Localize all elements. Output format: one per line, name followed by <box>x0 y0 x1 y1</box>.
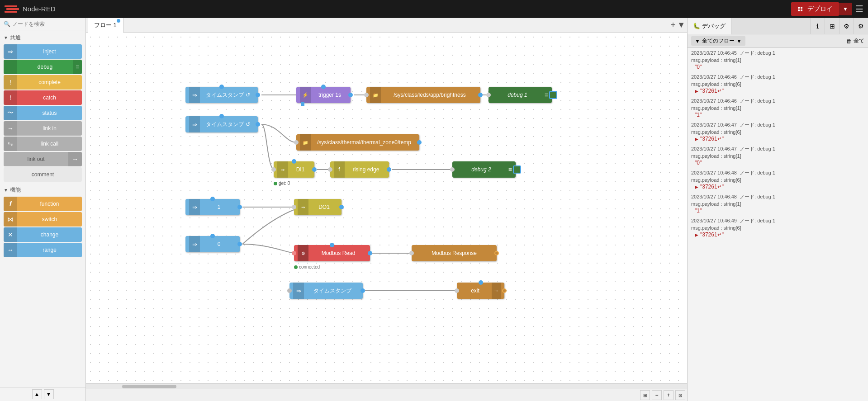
debug-tab-label: デバッグ <box>702 22 726 30</box>
node-di1[interactable]: ⇒ DI1 get: 0 <box>274 161 314 178</box>
node-change-label: change <box>17 231 82 238</box>
menu-button[interactable]: ☰ <box>855 4 863 14</box>
topbar-left: Node-RED <box>5 5 56 14</box>
node-inject1[interactable]: ⇒ 1 <box>185 199 240 215</box>
debug-message-3: 2023/10/27 10:46:47 ノード: debug 1 msg.pay… <box>691 122 864 142</box>
debug-msg-expand-3[interactable]: ▶"37261↵" <box>695 136 864 142</box>
canvas-hscroll[interactable] <box>86 383 687 389</box>
canvas-controls: ⊞ − + ⊡ <box>86 389 687 401</box>
port-right-trigger1s <box>348 93 353 97</box>
node-do1[interactable]: ⇒ DO1 <box>294 199 342 215</box>
node-link-in[interactable]: → link in <box>4 121 82 136</box>
clear-button[interactable]: 🗑 全て <box>846 37 864 45</box>
port-right-inject0 <box>237 242 242 246</box>
svg-rect-2 <box>5 11 17 13</box>
node-timestamp3[interactable]: ⇒ タイムスタンプ <box>289 283 363 299</box>
node-debug2[interactable]: debug 2 ≡ <box>452 161 516 178</box>
node-thermal[interactable]: 📁 /sys/class/thermal/thermal_zone0/temp <box>296 134 419 151</box>
deploy-chevron[interactable]: ▼ <box>839 3 852 15</box>
deploy-button[interactable]: デプロイ <box>791 2 839 16</box>
sidebar-scroll-up[interactable]: ▲ <box>32 389 42 399</box>
port-right-timestamp1 <box>256 93 260 97</box>
brightness-icon: 📁 <box>370 87 381 103</box>
node-debug1[interactable]: debug 1 ≡ <box>489 87 552 103</box>
debug2-menu-icon[interactable]: ≡ <box>508 166 512 173</box>
deploy-label: デプロイ <box>807 5 833 13</box>
node-switch-label: switch <box>17 216 82 222</box>
node-switch[interactable]: ⋈ switch <box>4 212 82 226</box>
node-brightness[interactable]: 📁 /sys/class/leds/app/brightness <box>366 87 480 103</box>
svg-rect-5 <box>801 7 802 9</box>
node-risingedge-label: rising edge <box>346 166 385 173</box>
node-list: ▼ 共通 ⇒ inject debug ≡ ! complete ! catch <box>0 30 85 387</box>
node-timestamp3-label: タイムスタンプ <box>306 287 359 295</box>
debug-msg-expand-1[interactable]: ▶"37261↵" <box>695 88 864 94</box>
debug-tab[interactable]: 🐛 デバッグ <box>688 18 731 34</box>
node-inject1-label: 1 <box>202 204 236 210</box>
node-exit[interactable]: exit → <box>457 283 504 299</box>
canvas-zoom-out[interactable]: − <box>652 390 662 400</box>
node-inject[interactable]: ⇒ inject <box>4 44 82 59</box>
layout-btn[interactable]: ⊞ <box>825 18 839 34</box>
node-trigger1s[interactable]: ⚡ trigger 1s <box>296 87 351 103</box>
node-link-call[interactable]: ⇆ link call <box>4 137 82 151</box>
node-exit-label: exit <box>460 288 490 294</box>
search-input[interactable] <box>12 21 82 27</box>
tab-menu-button[interactable]: ▼ <box>677 20 685 30</box>
debug-msg-expand-5[interactable]: ▶"37261↵" <box>695 184 864 190</box>
debug-msg-header-4: 2023/10/27 10:46:47 ノード: debug 1 <box>691 146 864 152</box>
node-debug[interactable]: debug ≡ <box>4 60 82 74</box>
port-top-exit <box>479 280 483 285</box>
tab-flow1[interactable]: フロー 1 <box>88 18 123 33</box>
port-top-inject1 <box>210 197 215 201</box>
canvas-zoom-in[interactable]: + <box>664 390 674 400</box>
node-timestamp2[interactable]: ⇒ タイムスタンプ ↺ <box>185 116 258 132</box>
node-status[interactable]: 〜 status <box>4 106 82 120</box>
modbusread-icon: ⚙ <box>298 245 308 261</box>
node-complete-icon: ! <box>4 75 17 90</box>
section-function[interactable]: ▼ 機能 <box>0 184 85 196</box>
port-right-modbusread <box>368 251 372 255</box>
debug1-menu-icon[interactable]: ≡ <box>545 91 548 99</box>
node-inject0[interactable]: ⇒ 0 <box>185 236 240 252</box>
hscroll-thumb[interactable] <box>122 385 176 388</box>
debug-msg-expand-7[interactable]: ▶"37261↵" <box>695 231 864 238</box>
node-function[interactable]: f function <box>4 197 82 211</box>
gear-btn[interactable]: ⚙ <box>854 18 868 34</box>
node-link-out-icon: → <box>68 152 82 166</box>
node-change[interactable]: ✕ change <box>4 227 82 242</box>
node-link-out[interactable]: link out → <box>4 152 82 166</box>
app-title: Node-RED <box>23 5 56 13</box>
debug-msg-header-1: 2023/10/27 10:46:46 ノード: debug 1 <box>691 74 864 80</box>
node-complete[interactable]: ! complete <box>4 75 82 90</box>
filter-dropdown[interactable]: ▼ 全てのフロー ▼ <box>691 36 745 46</box>
thermal-icon: 📁 <box>300 134 311 151</box>
node-catch[interactable]: ! catch <box>4 90 82 105</box>
node-timestamp1[interactable]: ⇒ タイムスタンプ ↺ <box>185 87 258 103</box>
info-btn[interactable]: ℹ <box>810 18 825 34</box>
canvas-map-button[interactable]: ⊞ <box>640 390 650 400</box>
sidebar-scroll-down[interactable]: ▼ <box>44 389 54 399</box>
canvas-fit[interactable]: ⊡ <box>675 390 685 400</box>
debug-msg-header-2: 2023/10/27 10:46:46 ノード: debug 1 <box>691 98 864 104</box>
rph-actions: ℹ ⊞ ⚙ ⚙ <box>810 18 868 34</box>
port-right-timestamp3 <box>360 288 365 293</box>
node-range[interactable]: ↔ range <box>4 243 82 257</box>
port-top-timestamp1 <box>219 85 224 89</box>
sidebar: 🔍 ▼ 共通 ⇒ inject debug ≡ ! complete <box>0 18 86 401</box>
node-inject-label: inject <box>17 48 82 55</box>
flow-canvas[interactable]: ⇒ タイムスタンプ ↺ ⚡ trigger 1s 📁 <box>86 33 687 383</box>
chevron-common: ▼ <box>4 35 8 40</box>
debug-message-1: 2023/10/27 10:46:46 ノード: debug 1 msg.pay… <box>691 74 864 94</box>
logo-icon <box>5 5 19 14</box>
settings2-btn[interactable]: ⚙ <box>839 18 854 34</box>
svg-rect-1 <box>6 8 19 10</box>
section-common[interactable]: ▼ 共通 <box>0 32 85 43</box>
node-modbusread[interactable]: ⚙ Modbus Read connected <box>294 245 370 261</box>
node-modbusresponse[interactable]: Modbus Response <box>412 245 497 261</box>
node-risingedge[interactable]: f rising edge <box>330 161 389 178</box>
node-comment[interactable]: comment <box>4 167 82 182</box>
clear-label: 全て <box>854 37 864 45</box>
add-tab-button[interactable]: + <box>671 20 676 30</box>
debug-message-4: 2023/10/27 10:46:47 ノード: debug 1 msg.pay… <box>691 146 864 166</box>
